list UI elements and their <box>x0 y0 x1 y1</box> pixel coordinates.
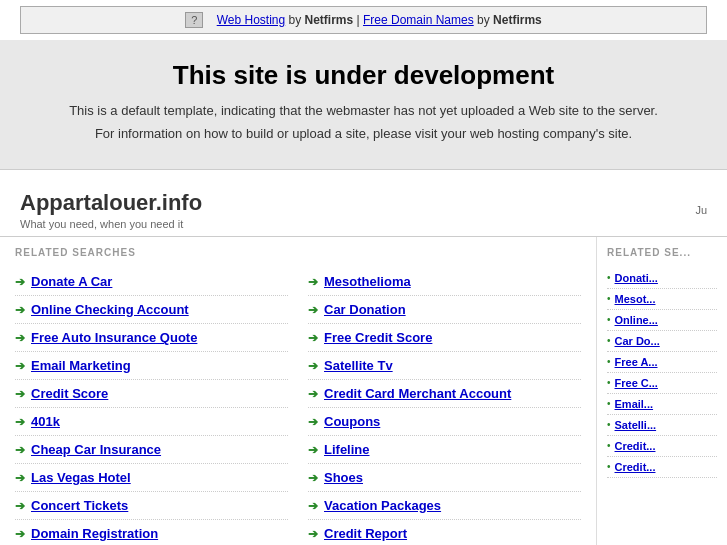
list-item: ➔Online Checking Account <box>15 296 288 324</box>
list-item: ➔Cheap Car Insurance <box>15 436 288 464</box>
list-item: ➔Domain Registration <box>15 520 288 545</box>
list-item: •Satelli... <box>607 415 717 436</box>
search-link[interactable]: Cheap Car Insurance <box>31 442 161 457</box>
list-item: ➔Car Donation <box>308 296 581 324</box>
list-item: •Donati... <box>607 268 717 289</box>
related-searches-label: RELATED SEARCHES <box>15 247 581 258</box>
question-mark-icon: ? <box>185 12 203 28</box>
list-item: •Online... <box>607 310 717 331</box>
list-item: ➔Free Auto Insurance Quote <box>15 324 288 352</box>
search-link[interactable]: Credit... <box>615 440 656 452</box>
list-item: ➔Credit Score <box>15 380 288 408</box>
search-link[interactable]: Donati... <box>615 272 658 284</box>
search-link[interactable]: Mesot... <box>615 293 656 305</box>
list-item: •Mesot... <box>607 289 717 310</box>
right-panel: RELATED SE... •Donati...•Mesot...•Online… <box>597 237 727 545</box>
search-link[interactable]: Donate A Car <box>31 274 112 289</box>
free-domain-link[interactable]: Free Domain Names <box>363 13 474 27</box>
site-branding: Appartalouer.info What you need, when yo… <box>20 190 202 230</box>
netfirms-2: Netfirms <box>493 13 542 27</box>
search-link[interactable]: Car Do... <box>615 335 660 347</box>
arrow-icon: ➔ <box>308 331 318 345</box>
search-link[interactable]: Shoes <box>324 470 363 485</box>
arrow-icon: ➔ <box>308 387 318 401</box>
search-link[interactable]: 401k <box>31 414 60 429</box>
search-link[interactable]: Domain Registration <box>31 526 158 541</box>
search-link[interactable]: Free A... <box>615 356 658 368</box>
header-right-text: Ju <box>695 204 707 216</box>
list-item: ➔Shoes <box>308 464 581 492</box>
search-link[interactable]: Car Donation <box>324 302 406 317</box>
list-item: •Car Do... <box>607 331 717 352</box>
list-item: ➔Email Marketing <box>15 352 288 380</box>
site-title: Appartalouer.info <box>20 190 202 216</box>
arrow-icon: ➔ <box>308 471 318 485</box>
dot-icon: • <box>607 461 611 472</box>
arrow-icon: ➔ <box>308 415 318 429</box>
list-item: ➔401k <box>15 408 288 436</box>
search-col-right: ➔Mesothelioma➔Car Donation➔Free Credit S… <box>308 268 581 545</box>
under-dev-line1: This is a default template, indicating t… <box>20 103 707 118</box>
search-link[interactable]: Mesothelioma <box>324 274 411 289</box>
list-item: ➔Las Vegas Hotel <box>15 464 288 492</box>
list-item: ➔Credit Report <box>308 520 581 545</box>
dot-icon: • <box>607 314 611 325</box>
list-item: •Credit... <box>607 457 717 478</box>
arrow-icon: ➔ <box>15 275 25 289</box>
by-text-1: by <box>289 13 305 27</box>
by-text-2: by <box>477 13 493 27</box>
dot-icon: • <box>607 293 611 304</box>
list-item: ➔Credit Card Merchant Account <box>308 380 581 408</box>
top-banner: ? Web Hosting by Netfirms | Free Domain … <box>20 6 707 34</box>
list-item: ➔Free Credit Score <box>308 324 581 352</box>
arrow-icon: ➔ <box>15 443 25 457</box>
arrow-icon: ➔ <box>15 387 25 401</box>
search-link[interactable]: Coupons <box>324 414 380 429</box>
search-link[interactable]: Lifeline <box>324 442 370 457</box>
arrow-icon: ➔ <box>308 359 318 373</box>
search-link[interactable]: Email Marketing <box>31 358 131 373</box>
arrow-icon: ➔ <box>15 331 25 345</box>
under-development-section: This site is under development This is a… <box>0 40 727 170</box>
arrow-icon: ➔ <box>15 415 25 429</box>
far-right-col: •Donati...•Mesot...•Online...•Car Do...•… <box>607 268 717 478</box>
site-subtitle: What you need, when you need it <box>20 218 202 230</box>
arrow-icon: ➔ <box>15 499 25 513</box>
search-link[interactable]: Satellite Tv <box>324 358 393 373</box>
search-link[interactable]: Email... <box>615 398 654 410</box>
list-item: ➔Satellite Tv <box>308 352 581 380</box>
search-link[interactable]: Free C... <box>615 377 658 389</box>
list-item: •Email... <box>607 394 717 415</box>
search-link[interactable]: Las Vegas Hotel <box>31 470 131 485</box>
search-link[interactable]: Online... <box>615 314 658 326</box>
list-item: ➔Donate A Car <box>15 268 288 296</box>
left-panel: RELATED SEARCHES ➔Donate A Car➔Online Ch… <box>0 237 597 545</box>
search-link[interactable]: Credit Report <box>324 526 407 541</box>
dot-icon: • <box>607 356 611 367</box>
dot-icon: • <box>607 398 611 409</box>
dot-icon: • <box>607 335 611 346</box>
search-link[interactable]: Vacation Packages <box>324 498 441 513</box>
arrow-icon: ➔ <box>308 527 318 541</box>
dot-icon: • <box>607 419 611 430</box>
list-item: ➔Vacation Packages <box>308 492 581 520</box>
search-link[interactable]: Credit... <box>615 461 656 473</box>
search-link[interactable]: Online Checking Account <box>31 302 189 317</box>
netfirms-1: Netfirms <box>305 13 354 27</box>
dot-icon: • <box>607 377 611 388</box>
arrow-icon: ➔ <box>308 499 318 513</box>
search-link[interactable]: Concert Tickets <box>31 498 128 513</box>
site-header: Appartalouer.info What you need, when yo… <box>0 180 727 237</box>
arrow-icon: ➔ <box>308 275 318 289</box>
list-item: ➔Mesothelioma <box>308 268 581 296</box>
list-item: •Free C... <box>607 373 717 394</box>
list-item: ➔Coupons <box>308 408 581 436</box>
search-link[interactable]: Free Auto Insurance Quote <box>31 330 197 345</box>
web-hosting-link[interactable]: Web Hosting <box>217 13 285 27</box>
search-link[interactable]: Satelli... <box>615 419 657 431</box>
search-link[interactable]: Credit Score <box>31 386 108 401</box>
search-link[interactable]: Free Credit Score <box>324 330 432 345</box>
dot-icon: • <box>607 440 611 451</box>
search-columns: ➔Donate A Car➔Online Checking Account➔Fr… <box>15 268 581 545</box>
search-link[interactable]: Credit Card Merchant Account <box>324 386 511 401</box>
